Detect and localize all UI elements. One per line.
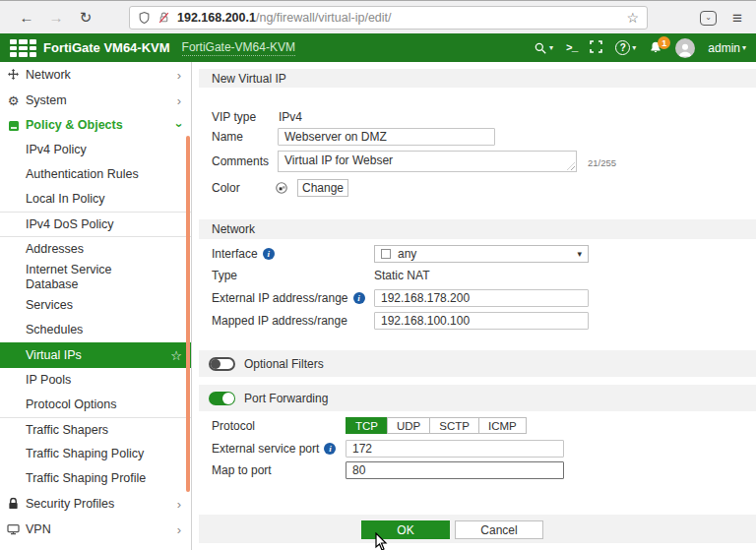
- sidebar-item-ip-pools[interactable]: IP Pools: [0, 368, 191, 393]
- avatar[interactable]: [675, 38, 695, 58]
- admin-menu[interactable]: admin ▾: [708, 41, 746, 55]
- pocket-icon[interactable]: ⌄: [700, 11, 717, 26]
- port-forwarding-toggle[interactable]: [209, 392, 235, 405]
- sidebar-item-traffic-shaping-profile[interactable]: Traffic Shaping Profile: [0, 466, 191, 491]
- network-section-bar: Network: [199, 219, 756, 239]
- fortinet-logo-icon: [10, 39, 36, 57]
- sidebar-item-schedules[interactable]: Schedules: [0, 318, 191, 342]
- chevron-down-icon: ›: [172, 123, 185, 127]
- mapped-ip-input[interactable]: [374, 312, 589, 330]
- gear-icon: ⚙: [6, 94, 21, 107]
- comments-field-wrap: Virtual IP for Webser: [278, 151, 577, 172]
- sidebar-item-authentication-rules[interactable]: Authentication Rules: [0, 162, 191, 187]
- shield-icon[interactable]: [138, 11, 151, 25]
- sidebar-item-label: Policy & Objects: [26, 118, 123, 133]
- search-button[interactable]: ▾: [534, 41, 553, 55]
- app-header: FortiGate VM64-KVM FortiGate-VM64-KVM ▾ …: [0, 33, 756, 62]
- chevron-down-icon: ▾: [632, 43, 636, 52]
- notifications-button[interactable]: 1: [649, 40, 662, 55]
- favorite-star-icon[interactable]: ☆: [170, 348, 182, 363]
- sidebar-item-internet-service-database[interactable]: Internet Service Database: [0, 261, 191, 293]
- sidebar: Network › ⚙ System › Policy & Objects › …: [0, 62, 192, 550]
- sidebar-item-vpn[interactable]: VPN ›: [0, 517, 191, 542]
- sidebar-item-traffic-shaping-policy[interactable]: Traffic Shaping Policy: [0, 442, 191, 466]
- type-value: Static NAT: [374, 268, 429, 283]
- comments-counter: 21/255: [588, 157, 616, 168]
- policy-objects-icon: [6, 120, 21, 132]
- fullscreen-icon[interactable]: [590, 40, 602, 56]
- comments-input[interactable]: Virtual IP for Webser: [278, 151, 577, 172]
- sidebar-item-protocol-options[interactable]: Protocol Options: [0, 393, 191, 417]
- sidebar-item-virtual-ips[interactable]: Virtual IPs ☆: [0, 342, 191, 368]
- network-section-title: Network: [212, 222, 255, 236]
- color-swatch-icon: [275, 181, 288, 198]
- lock-icon: [6, 498, 21, 511]
- sidebar-item-label: System: [26, 93, 67, 108]
- help-icon: ?: [615, 40, 630, 55]
- map-to-port-input[interactable]: [346, 461, 564, 479]
- color-label: Color: [212, 179, 240, 197]
- sidebar-item-local-in-policy[interactable]: Local In Policy: [0, 187, 191, 212]
- interface-select[interactable]: any ▾: [374, 245, 589, 263]
- menu-icon[interactable]: ≡: [732, 10, 742, 27]
- sidebar-item-ipv4-dos-policy[interactable]: IPv4 DoS Policy: [0, 212, 191, 236]
- chevron-down-icon: ▾: [577, 249, 582, 259]
- page-title: New Virtual IP: [212, 72, 286, 86]
- insecure-lock-icon[interactable]: [158, 11, 170, 25]
- sidebar-item-network[interactable]: Network ›: [0, 62, 191, 88]
- chevron-right-icon: ›: [177, 523, 181, 536]
- interface-selected-value: any: [398, 247, 416, 261]
- optional-filters-bar: Optional Filters: [199, 350, 756, 377]
- optional-filters-label: Optional Filters: [244, 357, 324, 371]
- sidebar-item-services[interactable]: Services: [0, 293, 191, 318]
- sidebar-scrollbar[interactable]: [186, 136, 190, 492]
- cli-console-icon[interactable]: >_: [566, 42, 577, 54]
- sidebar-item-policy-objects[interactable]: Policy & Objects ›: [0, 113, 191, 138]
- sidebar-item-label: Network: [26, 68, 71, 83]
- monitor-icon: [6, 523, 21, 535]
- name-label: Name: [212, 128, 243, 146]
- sidebar-item-system[interactable]: ⚙ System ›: [0, 88, 191, 113]
- sidebar-item-addresses[interactable]: Addresses: [0, 236, 191, 261]
- vip-type-value: IPv4: [279, 109, 302, 125]
- bookmark-star-icon[interactable]: ☆: [626, 10, 639, 26]
- map-to-port-label: Map to port: [212, 461, 272, 479]
- chevron-right-icon: ›: [177, 498, 181, 511]
- chevron-right-icon: ›: [177, 69, 181, 82]
- browser-back-icon[interactable]: ←: [12, 9, 41, 26]
- product-name: FortiGate VM64-KVM: [43, 40, 170, 55]
- external-service-port-input[interactable]: [346, 440, 564, 458]
- help-button[interactable]: ? ▾: [615, 40, 636, 55]
- sidebar-item-ipv4-policy[interactable]: IPv4 Policy: [0, 138, 191, 162]
- color-change-button[interactable]: Change: [297, 179, 348, 197]
- browser-forward-icon[interactable]: →: [41, 9, 71, 26]
- vip-type-label: VIP type: [212, 109, 256, 125]
- browser-toolbar: ← → ↻ 192.168.200.1/ng/firewall/virtual-…: [0, 0, 756, 33]
- sidebar-item-security-profiles[interactable]: Security Profiles ›: [0, 491, 191, 517]
- external-ip-label: External IP address/range i: [212, 289, 365, 307]
- notification-badge: 1: [658, 36, 670, 49]
- device-hostname[interactable]: FortiGate-VM64-KVM: [182, 40, 295, 56]
- cancel-button[interactable]: Cancel: [455, 520, 543, 539]
- url-path: /ng/firewall/virtual-ip/edit/: [256, 11, 392, 25]
- chevron-down-icon: ▾: [742, 43, 746, 52]
- external-ip-input[interactable]: [374, 289, 589, 307]
- protocol-icmp-button[interactable]: ICMP: [478, 417, 527, 434]
- comments-label: Comments: [212, 153, 269, 170]
- protocol-udp-button[interactable]: UDP: [387, 417, 430, 434]
- url-host: 192.168.200.1: [177, 11, 256, 25]
- sidebar-item-traffic-shapers[interactable]: Traffic Shapers: [0, 417, 191, 442]
- info-icon[interactable]: i: [324, 443, 336, 455]
- info-icon[interactable]: i: [263, 248, 275, 260]
- optional-filters-toggle[interactable]: [209, 357, 235, 371]
- protocol-sctp-button[interactable]: SCTP: [429, 417, 479, 434]
- name-input[interactable]: [278, 128, 495, 146]
- protocol-tcp-button[interactable]: TCP: [346, 417, 388, 434]
- address-bar[interactable]: 192.168.200.1/ng/firewall/virtual-ip/edi…: [129, 6, 648, 30]
- type-label: Type: [212, 268, 237, 283]
- ok-button[interactable]: OK: [361, 520, 450, 539]
- browser-reload-icon[interactable]: ↻: [71, 9, 100, 27]
- network-icon: [6, 69, 21, 82]
- interface-label: Interface i: [212, 245, 275, 263]
- info-icon[interactable]: i: [353, 292, 365, 304]
